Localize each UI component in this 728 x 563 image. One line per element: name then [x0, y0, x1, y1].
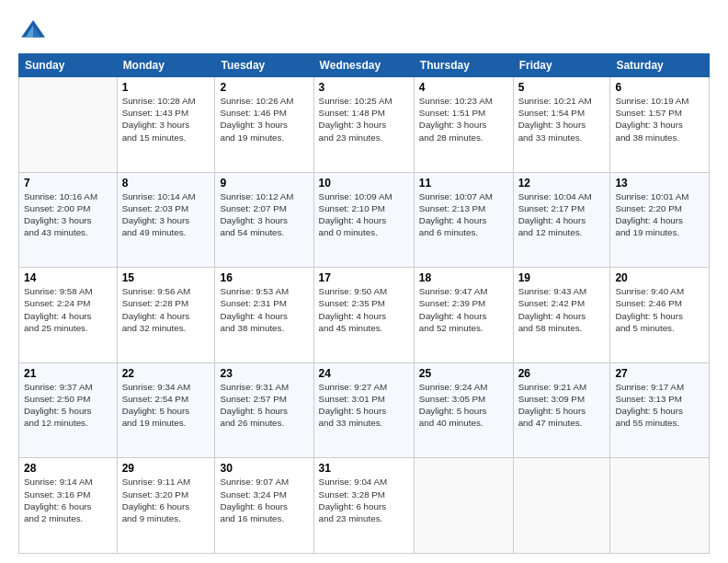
- calendar-cell: 4Sunrise: 10:23 AM Sunset: 1:51 PM Dayli…: [414, 77, 513, 173]
- calendar-cell: 14Sunrise: 9:58 AM Sunset: 2:24 PM Dayli…: [19, 268, 118, 363]
- day-number: 16: [220, 271, 308, 284]
- day-number: 20: [615, 271, 704, 284]
- day-info: Sunrise: 10:23 AM Sunset: 1:51 PM Daylig…: [419, 95, 508, 144]
- day-info: Sunrise: 9:21 AM Sunset: 3:09 PM Dayligh…: [518, 381, 606, 430]
- calendar-cell: [414, 458, 513, 554]
- day-number: 14: [24, 271, 112, 284]
- calendar-cell: 31Sunrise: 9:04 AM Sunset: 3:28 PM Dayli…: [313, 458, 414, 554]
- day-number: 1: [122, 81, 210, 94]
- calendar-header-row: SundayMondayTuesdayWednesdayThursdayFrid…: [19, 54, 710, 77]
- calendar-cell: 25Sunrise: 9:24 AM Sunset: 3:05 PM Dayli…: [414, 362, 513, 458]
- day-number: 19: [518, 271, 606, 284]
- calendar-dow-monday: Monday: [117, 54, 215, 77]
- day-info: Sunrise: 9:43 AM Sunset: 2:42 PM Dayligh…: [518, 285, 606, 334]
- logo-icon: [18, 17, 48, 46]
- svg-marker-2: [33, 20, 45, 37]
- calendar-cell: 22Sunrise: 9:34 AM Sunset: 2:54 PM Dayli…: [117, 362, 215, 458]
- calendar-dow-tuesday: Tuesday: [215, 54, 313, 77]
- day-number: 27: [615, 367, 704, 380]
- calendar-week-row: 7Sunrise: 10:16 AM Sunset: 2:00 PM Dayli…: [19, 172, 710, 268]
- day-info: Sunrise: 9:47 AM Sunset: 2:39 PM Dayligh…: [419, 285, 508, 334]
- day-number: 5: [518, 81, 606, 94]
- calendar-cell: 11Sunrise: 10:07 AM Sunset: 2:13 PM Dayl…: [414, 172, 513, 268]
- calendar-cell: 12Sunrise: 10:04 AM Sunset: 2:17 PM Dayl…: [513, 172, 610, 268]
- calendar-week-row: 28Sunrise: 9:14 AM Sunset: 3:16 PM Dayli…: [19, 458, 710, 554]
- calendar-dow-saturday: Saturday: [610, 54, 710, 77]
- day-number: 26: [518, 367, 606, 380]
- day-number: 10: [319, 177, 409, 190]
- day-info: Sunrise: 10:01 AM Sunset: 2:20 PM Daylig…: [615, 190, 704, 239]
- day-number: 24: [319, 367, 409, 380]
- day-info: Sunrise: 10:28 AM Sunset: 1:43 PM Daylig…: [122, 95, 210, 144]
- day-info: Sunrise: 10:04 AM Sunset: 2:17 PM Daylig…: [518, 190, 606, 239]
- calendar-cell: 9Sunrise: 10:12 AM Sunset: 2:07 PM Dayli…: [215, 172, 313, 268]
- day-number: 9: [220, 177, 308, 190]
- day-info: Sunrise: 9:17 AM Sunset: 3:13 PM Dayligh…: [615, 381, 704, 430]
- calendar-cell: 8Sunrise: 10:14 AM Sunset: 2:03 PM Dayli…: [117, 172, 215, 268]
- day-info: Sunrise: 10:16 AM Sunset: 2:00 PM Daylig…: [24, 190, 112, 239]
- day-info: Sunrise: 10:14 AM Sunset: 2:03 PM Daylig…: [122, 190, 210, 239]
- calendar-cell: 20Sunrise: 9:40 AM Sunset: 2:46 PM Dayli…: [610, 268, 710, 363]
- calendar-dow-wednesday: Wednesday: [313, 54, 414, 77]
- calendar-cell: 23Sunrise: 9:31 AM Sunset: 2:57 PM Dayli…: [215, 362, 313, 458]
- calendar-cell: 24Sunrise: 9:27 AM Sunset: 3:01 PM Dayli…: [313, 362, 414, 458]
- calendar-cell: 2Sunrise: 10:26 AM Sunset: 1:46 PM Dayli…: [215, 77, 313, 173]
- calendar-week-row: 14Sunrise: 9:58 AM Sunset: 2:24 PM Dayli…: [19, 268, 710, 363]
- calendar-cell: 7Sunrise: 10:16 AM Sunset: 2:00 PM Dayli…: [19, 172, 118, 268]
- page: SundayMondayTuesdayWednesdayThursdayFrid…: [0, 0, 728, 563]
- day-number: 30: [220, 462, 308, 475]
- calendar-cell: [513, 458, 610, 554]
- day-number: 31: [319, 462, 409, 475]
- logo: [18, 17, 51, 46]
- day-info: Sunrise: 10:21 AM Sunset: 1:54 PM Daylig…: [518, 95, 606, 144]
- calendar-cell: 1Sunrise: 10:28 AM Sunset: 1:43 PM Dayli…: [117, 77, 215, 173]
- day-number: 11: [419, 177, 508, 190]
- day-number: 17: [319, 271, 409, 284]
- calendar-cell: 29Sunrise: 9:11 AM Sunset: 3:20 PM Dayli…: [117, 458, 215, 554]
- day-number: 18: [419, 271, 508, 284]
- day-info: Sunrise: 10:07 AM Sunset: 2:13 PM Daylig…: [419, 190, 508, 239]
- calendar-cell: 28Sunrise: 9:14 AM Sunset: 3:16 PM Dayli…: [19, 458, 118, 554]
- day-info: Sunrise: 9:58 AM Sunset: 2:24 PM Dayligh…: [24, 285, 112, 334]
- day-number: 7: [24, 177, 112, 190]
- day-number: 15: [122, 271, 210, 284]
- day-info: Sunrise: 10:25 AM Sunset: 1:48 PM Daylig…: [319, 95, 409, 144]
- calendar-cell: 6Sunrise: 10:19 AM Sunset: 1:57 PM Dayli…: [610, 77, 710, 173]
- day-info: Sunrise: 10:09 AM Sunset: 2:10 PM Daylig…: [319, 190, 409, 239]
- day-info: Sunrise: 9:40 AM Sunset: 2:46 PM Dayligh…: [615, 285, 704, 334]
- calendar-dow-thursday: Thursday: [414, 54, 513, 77]
- calendar-cell: 5Sunrise: 10:21 AM Sunset: 1:54 PM Dayli…: [513, 77, 610, 173]
- day-info: Sunrise: 9:27 AM Sunset: 3:01 PM Dayligh…: [319, 381, 409, 430]
- day-info: Sunrise: 9:53 AM Sunset: 2:31 PM Dayligh…: [220, 285, 308, 334]
- calendar-cell: 26Sunrise: 9:21 AM Sunset: 3:09 PM Dayli…: [513, 362, 610, 458]
- day-info: Sunrise: 9:50 AM Sunset: 2:35 PM Dayligh…: [319, 285, 409, 334]
- header: [18, 17, 710, 46]
- day-number: 12: [518, 177, 606, 190]
- calendar-week-row: 1Sunrise: 10:28 AM Sunset: 1:43 PM Dayli…: [19, 77, 710, 173]
- day-info: Sunrise: 9:04 AM Sunset: 3:28 PM Dayligh…: [319, 476, 409, 524]
- day-number: 23: [220, 367, 308, 380]
- calendar-cell: 30Sunrise: 9:07 AM Sunset: 3:24 PM Dayli…: [215, 458, 313, 554]
- day-info: Sunrise: 9:11 AM Sunset: 3:20 PM Dayligh…: [122, 476, 210, 524]
- day-info: Sunrise: 10:19 AM Sunset: 1:57 PM Daylig…: [615, 95, 704, 144]
- calendar-cell: 15Sunrise: 9:56 AM Sunset: 2:28 PM Dayli…: [117, 268, 215, 363]
- day-info: Sunrise: 10:26 AM Sunset: 1:46 PM Daylig…: [220, 95, 308, 144]
- day-number: 28: [24, 462, 112, 475]
- day-number: 25: [419, 367, 508, 380]
- day-number: 4: [419, 81, 508, 94]
- day-info: Sunrise: 10:12 AM Sunset: 2:07 PM Daylig…: [220, 190, 308, 239]
- day-info: Sunrise: 9:34 AM Sunset: 2:54 PM Dayligh…: [122, 381, 210, 430]
- day-number: 21: [24, 367, 112, 380]
- calendar-dow-friday: Friday: [513, 54, 610, 77]
- day-info: Sunrise: 9:56 AM Sunset: 2:28 PM Dayligh…: [122, 285, 210, 334]
- day-info: Sunrise: 9:31 AM Sunset: 2:57 PM Dayligh…: [220, 381, 308, 430]
- day-number: 6: [615, 81, 704, 94]
- calendar-cell: 10Sunrise: 10:09 AM Sunset: 2:10 PM Dayl…: [313, 172, 414, 268]
- calendar-cell: 17Sunrise: 9:50 AM Sunset: 2:35 PM Dayli…: [313, 268, 414, 363]
- calendar-cell: 21Sunrise: 9:37 AM Sunset: 2:50 PM Dayli…: [19, 362, 118, 458]
- calendar-cell: 18Sunrise: 9:47 AM Sunset: 2:39 PM Dayli…: [414, 268, 513, 363]
- day-info: Sunrise: 9:07 AM Sunset: 3:24 PM Dayligh…: [220, 476, 308, 524]
- day-number: 22: [122, 367, 210, 380]
- calendar-dow-sunday: Sunday: [19, 54, 118, 77]
- day-number: 3: [319, 81, 409, 94]
